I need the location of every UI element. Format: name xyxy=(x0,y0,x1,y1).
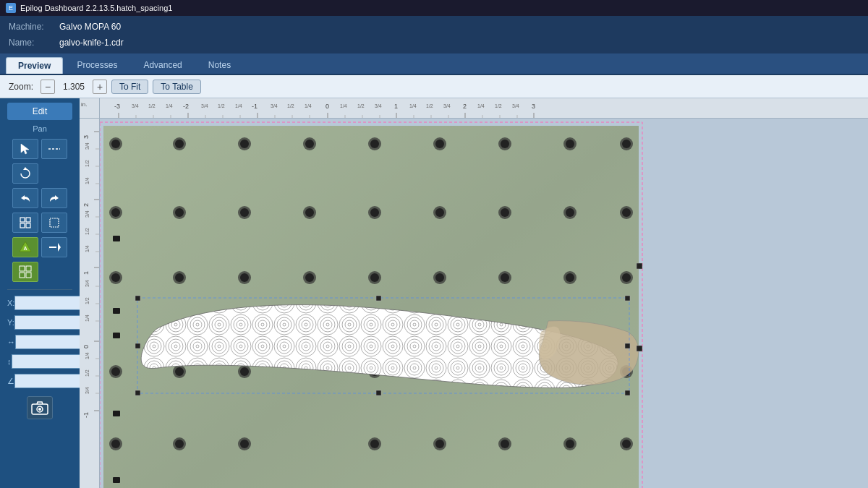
svg-text:1/2: 1/2 xyxy=(357,103,365,108)
svg-text:1/2: 1/2 xyxy=(287,103,294,108)
sidebar: Edit Pan xyxy=(0,98,80,488)
svg-text:1/4: 1/4 xyxy=(409,103,417,108)
edit-button[interactable]: Edit xyxy=(7,103,72,120)
svg-text:-2: -2 xyxy=(183,103,189,110)
svg-rect-7 xyxy=(50,218,59,227)
svg-text:1/4: 1/4 xyxy=(166,103,173,108)
svg-point-185 xyxy=(111,440,120,448)
svg-point-165 xyxy=(566,273,574,282)
zoom-in-button[interactable]: + xyxy=(93,80,107,94)
align-tool-button[interactable] xyxy=(41,237,67,257)
ruler-corner: in. xyxy=(80,98,100,119)
tool-row-active: A xyxy=(12,237,67,257)
pan-label: Pan xyxy=(33,124,47,133)
zoom-value: 1.305 xyxy=(59,82,88,92)
w-coord-row: ↔ ⊃ xyxy=(7,335,72,349)
svg-point-193 xyxy=(435,440,444,448)
svg-text:-1: -1 xyxy=(252,103,258,110)
to-table-button[interactable]: To Table xyxy=(153,80,200,94)
viewport[interactable] xyxy=(100,119,868,488)
svg-text:1/4: 1/4 xyxy=(85,314,90,322)
tool-row-rotate xyxy=(12,163,67,184)
svg-point-153 xyxy=(175,273,184,282)
svg-point-127 xyxy=(501,140,509,148)
svg-point-121 xyxy=(305,140,314,148)
camera-button[interactable] xyxy=(27,396,53,419)
main-area: Edit Pan xyxy=(0,98,868,488)
svg-point-123 xyxy=(370,140,379,148)
svg-point-115 xyxy=(111,140,120,148)
svg-point-147 xyxy=(566,208,574,217)
main-svg xyxy=(100,119,868,488)
svg-rect-236 xyxy=(113,477,120,483)
svg-rect-240 xyxy=(625,296,630,301)
grid-tool-button[interactable] xyxy=(12,262,38,282)
svg-point-195 xyxy=(501,440,509,448)
svg-point-187 xyxy=(175,440,184,448)
y-coord-row: Y: xyxy=(7,315,72,330)
svg-rect-244 xyxy=(135,343,140,348)
svg-rect-239 xyxy=(376,296,381,301)
svg-point-191 xyxy=(370,440,379,448)
h-coord-row: ↕ xyxy=(7,354,72,369)
svg-text:1/2: 1/2 xyxy=(218,103,225,108)
svg-rect-12 xyxy=(20,266,25,271)
tool-row-group xyxy=(12,213,67,233)
tab-processes[interactable]: Processes xyxy=(64,56,129,74)
svg-text:1/2: 1/2 xyxy=(85,369,90,377)
app-title: Epilog Dashboard 2.2.13.5.hatch_spacing1 xyxy=(20,4,172,12)
to-fit-button[interactable]: To Fit xyxy=(111,80,148,94)
svg-rect-238 xyxy=(135,296,140,301)
svg-rect-5 xyxy=(20,223,25,228)
svg-text:3/4: 3/4 xyxy=(201,103,208,108)
svg-point-137 xyxy=(240,208,249,217)
svg-point-159 xyxy=(370,273,379,282)
angle-icon: ∠ xyxy=(7,377,14,386)
svg-rect-247 xyxy=(637,346,642,351)
svg-rect-242 xyxy=(376,390,381,395)
angle-coord-row: ∠ xyxy=(7,374,72,388)
dash-tool-button[interactable] xyxy=(41,139,67,159)
tab-notes[interactable]: Notes xyxy=(196,56,243,74)
svg-point-189 xyxy=(240,440,249,448)
hatch-tool-button[interactable]: A xyxy=(12,237,38,257)
name-value: galvo-knife-1.cdr xyxy=(59,38,124,48)
tab-preview[interactable]: Preview xyxy=(6,57,63,74)
ungroup-button[interactable] xyxy=(41,213,67,233)
svg-point-139 xyxy=(305,208,314,217)
svg-point-173 xyxy=(240,367,249,376)
svg-point-141 xyxy=(370,208,379,217)
svg-text:3/4: 3/4 xyxy=(512,103,519,108)
svg-marker-2 xyxy=(23,167,27,170)
unit-label: in. xyxy=(80,100,88,109)
svg-marker-10 xyxy=(58,243,61,252)
svg-point-151 xyxy=(111,273,120,282)
svg-rect-14 xyxy=(20,273,25,278)
svg-point-119 xyxy=(240,140,249,148)
select-tool-button[interactable] xyxy=(12,139,38,159)
svg-rect-232 xyxy=(113,236,120,241)
canvas-area[interactable]: in. ruler ticks -3 -2 -1 0 1 2 3 xyxy=(80,98,868,488)
group-button[interactable] xyxy=(12,213,38,233)
tab-advanced[interactable]: Advanced xyxy=(131,56,194,74)
svg-point-143 xyxy=(435,208,444,217)
svg-rect-235 xyxy=(113,411,120,416)
svg-point-131 xyxy=(622,140,631,148)
svg-point-157 xyxy=(305,273,314,282)
svg-text:1/4: 1/4 xyxy=(235,103,242,108)
svg-point-199 xyxy=(622,440,631,448)
redo-button[interactable] xyxy=(41,188,67,208)
svg-rect-4 xyxy=(26,218,30,222)
svg-text:3/4: 3/4 xyxy=(132,103,139,108)
svg-text:1/4: 1/4 xyxy=(340,103,347,108)
svg-point-145 xyxy=(501,208,509,217)
rotate-tool-button[interactable] xyxy=(12,163,38,184)
zoom-out-button[interactable]: − xyxy=(41,80,55,94)
svg-text:1/2: 1/2 xyxy=(85,160,90,167)
svg-text:3/4: 3/4 xyxy=(85,210,90,218)
svg-rect-3 xyxy=(20,218,25,222)
svg-point-129 xyxy=(566,140,574,148)
svg-rect-234 xyxy=(113,333,120,338)
svg-marker-0 xyxy=(21,144,29,154)
undo-button[interactable] xyxy=(12,188,38,208)
